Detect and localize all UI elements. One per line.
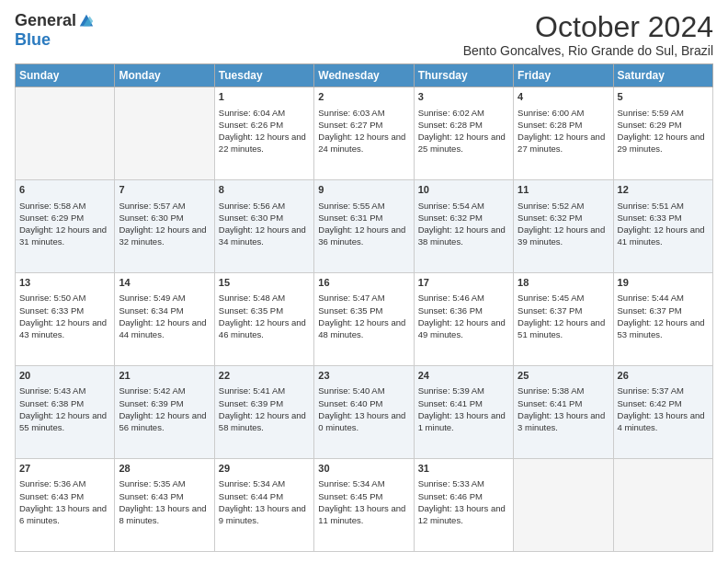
table-cell: 19Sunrise: 5:44 AMSunset: 6:37 PMDayligh… — [613, 273, 712, 366]
day-info: Sunrise: 5:56 AMSunset: 6:30 PMDaylight:… — [219, 200, 310, 248]
table-cell: 23Sunrise: 5:40 AMSunset: 6:40 PMDayligh… — [314, 366, 414, 459]
table-cell: 10Sunrise: 5:54 AMSunset: 6:32 PMDayligh… — [414, 180, 513, 273]
day-info: Sunrise: 6:03 AMSunset: 6:27 PMDaylight:… — [318, 107, 409, 155]
table-cell: 3Sunrise: 6:02 AMSunset: 6:28 PMDaylight… — [414, 87, 513, 180]
calendar-row: 6Sunrise: 5:58 AMSunset: 6:29 PMDaylight… — [16, 180, 713, 273]
day-number: 12 — [618, 183, 709, 197]
table-cell: 25Sunrise: 5:38 AMSunset: 6:41 PMDayligh… — [514, 366, 613, 459]
table-cell — [115, 87, 214, 180]
day-number: 19 — [618, 276, 709, 290]
day-info: Sunrise: 5:33 AMSunset: 6:46 PMDaylight:… — [418, 477, 509, 526]
table-cell: 9Sunrise: 5:55 AMSunset: 6:31 PMDaylight… — [314, 180, 414, 273]
page: General Blue October 2024 Bento Goncalve… — [0, 0, 728, 563]
table-cell: 28Sunrise: 5:35 AMSunset: 6:43 PMDayligh… — [115, 459, 214, 552]
day-info: Sunrise: 5:38 AMSunset: 6:41 PMDaylight:… — [518, 385, 609, 433]
day-info: Sunrise: 5:44 AMSunset: 6:37 PMDaylight:… — [618, 292, 709, 340]
day-number: 27 — [19, 462, 110, 476]
col-thursday: Thursday — [414, 64, 513, 87]
logo-icon — [78, 13, 95, 29]
month-title: October 2024 — [463, 11, 713, 43]
table-cell: 30Sunrise: 5:34 AMSunset: 6:45 PMDayligh… — [314, 459, 414, 552]
day-number: 18 — [518, 276, 609, 290]
day-info: Sunrise: 6:00 AMSunset: 6:28 PMDaylight:… — [518, 107, 609, 155]
day-number: 3 — [418, 90, 509, 104]
day-number: 23 — [318, 369, 409, 383]
table-cell — [514, 459, 613, 552]
day-info: Sunrise: 5:43 AMSunset: 6:38 PMDaylight:… — [19, 385, 110, 433]
day-number: 30 — [318, 462, 409, 476]
day-number: 25 — [518, 369, 609, 383]
calendar-row: 1Sunrise: 6:04 AMSunset: 6:26 PMDaylight… — [16, 87, 713, 180]
day-info: Sunrise: 5:46 AMSunset: 6:36 PMDaylight:… — [418, 292, 509, 340]
day-info: Sunrise: 5:48 AMSunset: 6:35 PMDaylight:… — [219, 292, 310, 340]
day-info: Sunrise: 5:42 AMSunset: 6:39 PMDaylight:… — [119, 385, 210, 433]
day-info: Sunrise: 5:54 AMSunset: 6:32 PMDaylight:… — [418, 200, 509, 248]
day-info: Sunrise: 5:59 AMSunset: 6:29 PMDaylight:… — [618, 107, 709, 155]
day-number: 7 — [119, 183, 210, 197]
day-info: Sunrise: 5:49 AMSunset: 6:34 PMDaylight:… — [119, 292, 210, 340]
day-info: Sunrise: 5:39 AMSunset: 6:41 PMDaylight:… — [418, 385, 509, 433]
table-cell: 12Sunrise: 5:51 AMSunset: 6:33 PMDayligh… — [613, 180, 712, 273]
day-number: 28 — [119, 462, 210, 476]
day-number: 15 — [219, 276, 310, 290]
day-info: Sunrise: 5:47 AMSunset: 6:35 PMDaylight:… — [318, 292, 409, 340]
day-number: 9 — [318, 183, 409, 197]
table-cell: 20Sunrise: 5:43 AMSunset: 6:38 PMDayligh… — [16, 366, 115, 459]
col-saturday: Saturday — [613, 64, 712, 87]
day-info: Sunrise: 5:45 AMSunset: 6:37 PMDaylight:… — [518, 292, 609, 340]
day-info: Sunrise: 5:36 AMSunset: 6:43 PMDaylight:… — [19, 477, 110, 526]
day-number: 29 — [219, 462, 310, 476]
day-number: 16 — [318, 276, 409, 290]
calendar-row: 20Sunrise: 5:43 AMSunset: 6:38 PMDayligh… — [16, 366, 713, 459]
day-number: 1 — [219, 90, 310, 104]
day-info: Sunrise: 5:50 AMSunset: 6:33 PMDaylight:… — [19, 292, 110, 340]
day-number: 20 — [19, 369, 110, 383]
table-cell: 1Sunrise: 6:04 AMSunset: 6:26 PMDaylight… — [214, 87, 313, 180]
day-number: 17 — [418, 276, 509, 290]
table-cell: 14Sunrise: 5:49 AMSunset: 6:34 PMDayligh… — [115, 273, 214, 366]
table-cell: 4Sunrise: 6:00 AMSunset: 6:28 PMDaylight… — [514, 87, 613, 180]
table-cell: 18Sunrise: 5:45 AMSunset: 6:37 PMDayligh… — [514, 273, 613, 366]
day-info: Sunrise: 5:55 AMSunset: 6:31 PMDaylight:… — [318, 200, 409, 248]
day-info: Sunrise: 5:34 AMSunset: 6:45 PMDaylight:… — [318, 477, 409, 526]
day-info: Sunrise: 6:02 AMSunset: 6:28 PMDaylight:… — [418, 107, 509, 155]
day-number: 6 — [19, 183, 110, 197]
location: Bento Goncalves, Rio Grande do Sul, Braz… — [463, 43, 713, 58]
table-cell: 11Sunrise: 5:52 AMSunset: 6:32 PMDayligh… — [514, 180, 613, 273]
table-cell: 16Sunrise: 5:47 AMSunset: 6:35 PMDayligh… — [314, 273, 414, 366]
day-info: Sunrise: 5:51 AMSunset: 6:33 PMDaylight:… — [618, 200, 709, 248]
logo-general-text: General — [15, 11, 76, 30]
table-cell: 24Sunrise: 5:39 AMSunset: 6:41 PMDayligh… — [414, 366, 513, 459]
table-cell: 29Sunrise: 5:34 AMSunset: 6:44 PMDayligh… — [214, 459, 313, 552]
day-number: 22 — [219, 369, 310, 383]
table-cell: 27Sunrise: 5:36 AMSunset: 6:43 PMDayligh… — [16, 459, 115, 552]
day-number: 5 — [618, 90, 709, 104]
day-number: 14 — [119, 276, 210, 290]
day-number: 4 — [518, 90, 609, 104]
day-number: 8 — [219, 183, 310, 197]
calendar-row: 13Sunrise: 5:50 AMSunset: 6:33 PMDayligh… — [16, 273, 713, 366]
table-cell: 2Sunrise: 6:03 AMSunset: 6:27 PMDaylight… — [314, 87, 414, 180]
day-number: 13 — [19, 276, 110, 290]
table-cell: 26Sunrise: 5:37 AMSunset: 6:42 PMDayligh… — [613, 366, 712, 459]
col-monday: Monday — [115, 64, 214, 87]
table-cell: 8Sunrise: 5:56 AMSunset: 6:30 PMDaylight… — [214, 180, 313, 273]
day-info: Sunrise: 6:04 AMSunset: 6:26 PMDaylight:… — [219, 107, 310, 155]
day-number: 2 — [318, 90, 409, 104]
calendar-row: 27Sunrise: 5:36 AMSunset: 6:43 PMDayligh… — [16, 459, 713, 552]
header: General Blue October 2024 Bento Goncalve… — [15, 11, 713, 58]
day-number: 26 — [618, 369, 709, 383]
day-info: Sunrise: 5:34 AMSunset: 6:44 PMDaylight:… — [219, 477, 310, 526]
table-cell: 15Sunrise: 5:48 AMSunset: 6:35 PMDayligh… — [214, 273, 313, 366]
day-info: Sunrise: 5:35 AMSunset: 6:43 PMDaylight:… — [119, 477, 210, 526]
title-block: October 2024 Bento Goncalves, Rio Grande… — [463, 11, 713, 58]
table-cell: 7Sunrise: 5:57 AMSunset: 6:30 PMDaylight… — [115, 180, 214, 273]
col-tuesday: Tuesday — [214, 64, 313, 87]
logo-blue-text: Blue — [15, 30, 51, 50]
day-info: Sunrise: 5:58 AMSunset: 6:29 PMDaylight:… — [19, 200, 110, 248]
day-info: Sunrise: 5:57 AMSunset: 6:30 PMDaylight:… — [119, 200, 210, 248]
day-info: Sunrise: 5:40 AMSunset: 6:40 PMDaylight:… — [318, 385, 409, 433]
day-number: 21 — [119, 369, 210, 383]
calendar-header-row: Sunday Monday Tuesday Wednesday Thursday… — [16, 64, 713, 87]
table-cell: 17Sunrise: 5:46 AMSunset: 6:36 PMDayligh… — [414, 273, 513, 366]
